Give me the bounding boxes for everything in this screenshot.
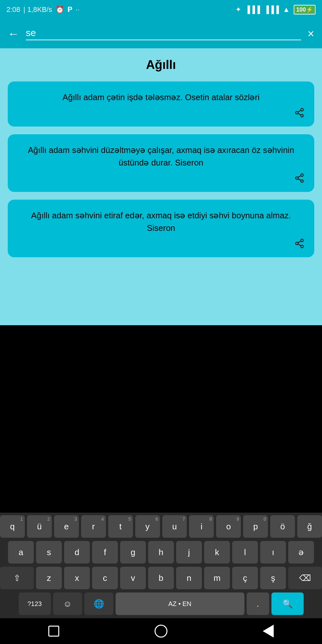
key-u-umlaut[interactable]: 2ü xyxy=(27,515,52,538)
nav-home-button[interactable] xyxy=(155,625,167,638)
main-content: Ağıllı Ağıllı adam çətin işdə tələsməz. … xyxy=(0,48,322,325)
key-x[interactable]: x xyxy=(64,567,90,589)
keyboard-row-4: ?123 ☺ 🌐 AZ • EN . 🔍 xyxy=(0,592,322,615)
svg-line-4 xyxy=(298,110,301,112)
key-schwa[interactable]: ə xyxy=(288,541,314,564)
search-bar: ← × xyxy=(0,19,322,48)
svg-line-8 xyxy=(298,179,301,180)
status-time: 2:08 xyxy=(6,5,20,14)
nav-bar xyxy=(0,618,322,644)
svg-line-14 xyxy=(298,241,301,243)
key-h[interactable]: h xyxy=(148,541,174,564)
key-n[interactable]: n xyxy=(176,567,202,589)
status-p: 𝗣 xyxy=(67,5,72,14)
keyboard-row-1: 1q 2ü 3e 4r 5t 6y 7u 8i 9o 0p ö ğ xyxy=(0,515,322,538)
emoji-key[interactable]: ☺ xyxy=(53,592,82,615)
close-button[interactable]: × xyxy=(308,27,314,41)
key-y[interactable]: 6y xyxy=(135,515,160,538)
share-icon-2 xyxy=(294,173,305,185)
key-o[interactable]: 9o xyxy=(216,515,241,538)
quote-text-3: Ağıllı adam səhvini etiraf edər, axmaq i… xyxy=(17,209,305,234)
quote-card-2: Ağıllı adam səhvini düzəltməyə çalışar, … xyxy=(8,134,314,192)
keyboard: 1q 2ü 3e 4r 5t 6y 7u 8i 9o 0p ö ğ a s d … xyxy=(0,513,322,618)
key-j[interactable]: j xyxy=(176,541,202,564)
key-b[interactable]: b xyxy=(148,567,174,589)
back-icon xyxy=(263,625,274,638)
status-dots: ·· xyxy=(76,5,80,14)
share-button-3[interactable] xyxy=(17,238,305,251)
search-input-wrap xyxy=(26,27,301,40)
key-l[interactable]: l xyxy=(232,541,258,564)
home-icon xyxy=(155,625,167,638)
svg-line-13 xyxy=(298,244,301,246)
bluetooth-icon: ✦ xyxy=(235,5,241,14)
status-network: | 1,8KB/s xyxy=(24,5,52,14)
key-u[interactable]: 7u xyxy=(162,515,187,538)
share-button-1[interactable] xyxy=(17,108,305,120)
share-icon-1 xyxy=(294,108,305,120)
signal-icon1: ▐▐▐ xyxy=(245,5,260,14)
svg-line-3 xyxy=(298,113,301,115)
wifi-icon: ▲ xyxy=(283,5,290,14)
key-m[interactable]: m xyxy=(204,567,230,589)
key-g-breve[interactable]: ğ xyxy=(297,515,322,538)
page-title: Ağıllı xyxy=(8,58,314,72)
keyboard-row-3: ⇧ z x c v b n m ç ş ⌫ xyxy=(0,567,322,589)
key-s[interactable]: s xyxy=(36,541,62,564)
keyboard-row-2: a s d f g h j k l ı ə xyxy=(0,541,322,564)
key-c[interactable]: c xyxy=(92,567,118,589)
key-z[interactable]: z xyxy=(36,567,62,589)
key-g[interactable]: g xyxy=(120,541,146,564)
key-v[interactable]: v xyxy=(120,567,146,589)
key-r[interactable]: 4r xyxy=(81,515,106,538)
key-o-umlaut[interactable]: ö xyxy=(270,515,295,538)
status-right: ✦ ▐▐▐ ▐▐▐ ▲ 100⚡ xyxy=(235,5,316,14)
key-i[interactable]: 8i xyxy=(189,515,214,538)
quote-card-1: Ağıllı adam çətin işdə tələsməz. Osetin … xyxy=(8,81,314,127)
key-k[interactable]: k xyxy=(204,541,230,564)
status-alarm: ⏰ xyxy=(55,5,64,14)
quote-text-1: Ağıllı adam çətin işdə tələsməz. Osetin … xyxy=(17,91,305,104)
back-button[interactable]: ← xyxy=(8,28,19,40)
recent-icon xyxy=(48,626,59,637)
num-switch-key[interactable]: ?123 xyxy=(19,592,51,615)
share-button-2[interactable] xyxy=(17,173,305,185)
svg-line-9 xyxy=(298,176,301,177)
spacebar-key[interactable]: AZ • EN xyxy=(116,592,244,615)
key-a[interactable]: a xyxy=(8,541,34,564)
signal-icon2: ▐▐▐ xyxy=(264,5,279,14)
key-d[interactable]: d xyxy=(64,541,90,564)
key-t[interactable]: 5t xyxy=(108,515,133,538)
key-s-cedilla[interactable]: ş xyxy=(260,567,286,589)
battery-indicator: 100⚡ xyxy=(294,5,316,14)
globe-key[interactable]: 🌐 xyxy=(84,592,113,615)
nav-back-button[interactable] xyxy=(262,625,275,638)
status-bar: 2:08 | 1,8KB/s ⏰ 𝗣 ·· ✦ ▐▐▐ ▐▐▐ ▲ 100⚡ xyxy=(0,0,322,19)
quote-text-2: Ağıllı adam səhvini düzəltməyə çalışar, … xyxy=(17,144,305,169)
key-e[interactable]: 3e xyxy=(54,515,79,538)
share-icon-3 xyxy=(294,238,305,251)
key-f[interactable]: f xyxy=(92,541,118,564)
status-left: 2:08 | 1,8KB/s ⏰ 𝗣 ·· xyxy=(6,5,80,14)
search-input[interactable] xyxy=(26,27,301,40)
backspace-key[interactable]: ⌫ xyxy=(288,567,322,589)
period-key[interactable]: . xyxy=(247,592,269,615)
key-c-cedilla[interactable]: ç xyxy=(232,567,258,589)
key-p[interactable]: 0p xyxy=(243,515,268,538)
quote-card-3: Ağıllı adam səhvini etiraf edər, axmaq i… xyxy=(8,200,314,257)
key-q[interactable]: 1q xyxy=(0,515,25,538)
nav-recent-button[interactable] xyxy=(47,625,60,638)
search-key[interactable]: 🔍 xyxy=(271,592,304,615)
key-i-dotless[interactable]: ı xyxy=(260,541,286,564)
shift-key[interactable]: ⇧ xyxy=(0,567,34,589)
